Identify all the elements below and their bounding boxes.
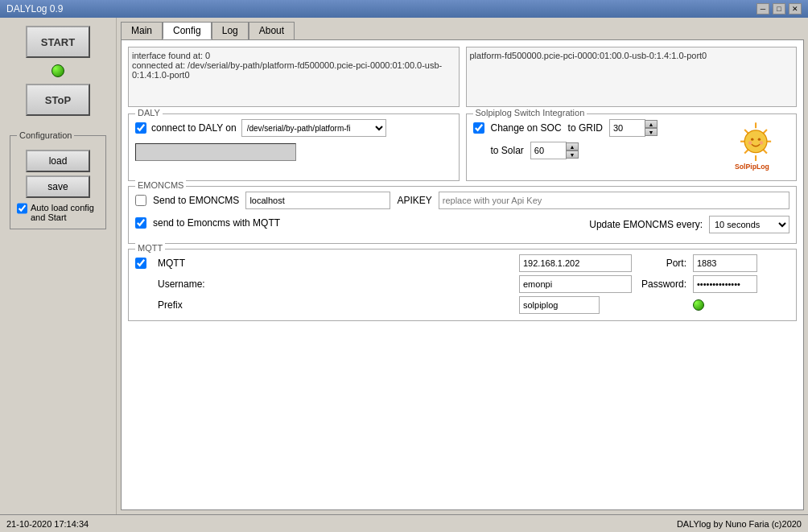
svg-point-11	[748, 141, 752, 144]
daly-path-select[interactable]: /dev/serial/by-path/platform-fi	[241, 119, 386, 137]
to-solar-up[interactable]: ▲	[566, 142, 579, 151]
solpiplog-logo: SolPipLog	[733, 119, 789, 174]
autoload-row: Auto load config and Start	[17, 203, 99, 222]
daly-section: DALY connect to DALY on /dev/serial/by-p…	[128, 113, 460, 181]
autoload-label: Auto load config and Start	[31, 203, 99, 222]
main-content: START SToP Configuration load save Auto …	[0, 18, 808, 514]
to-solar-down[interactable]: ▼	[566, 151, 579, 159]
apikey-input[interactable]	[439, 192, 789, 209]
to-solar-label: to Solar	[491, 145, 524, 156]
info-value2: platform-fd500000.pcie-pci-0000:01:00.0-…	[470, 51, 794, 60]
svg-text:SolPipLog: SolPipLog	[735, 163, 769, 171]
emoncms-host-input[interactable]: localhost	[245, 192, 390, 209]
load-button[interactable]: load	[26, 150, 90, 172]
solpiplog-controls: Change on SOC to GRID 30 ▲ ▼	[473, 119, 658, 163]
tab-content: interface found at: 0 connected at: /dev…	[121, 39, 804, 510]
to-grid-down[interactable]: ▼	[645, 128, 658, 136]
tab-config[interactable]: Config	[163, 22, 212, 39]
copyright-label: DALYlog by Nuno Faria (c)2020	[677, 519, 802, 529]
mqtt-section: MQTT MQTT 192.168.1.202 Port: 1883 Usern…	[128, 249, 797, 321]
emoncms-mqtt-row: send to Emoncms with MQTT Update EMONCMS…	[135, 212, 789, 233]
update-label: Update EMONCMS every:	[589, 219, 703, 230]
daly-connect-label: connect to DALY on	[151, 122, 237, 134]
daly-solpiplog-row: DALY connect to DALY on /dev/serial/by-p…	[128, 113, 797, 186]
emoncms-mqtt-checkbox[interactable]	[135, 217, 146, 229]
bottom-bar: 21-10-2020 17:14:34 DALYlog by Nuno Fari…	[0, 514, 808, 532]
info-box-2: platform-fd500000.pcie-pci-0000:01:00.0-…	[466, 47, 798, 107]
solpiplog-section: Solpiplog Switch Integration Change on S…	[466, 113, 798, 181]
app-title: DALYLog 0.9	[6, 3, 64, 14]
config-legend: Configuration	[17, 130, 74, 140]
emoncms-label: EMONCMS	[135, 180, 186, 190]
svg-point-9	[751, 138, 753, 140]
port-label: Port:	[622, 258, 686, 269]
daly-connect-row: connect to DALY on /dev/serial/by-path/p…	[135, 119, 452, 137]
title-bar: DALYLog 0.9 ─ □ ✕	[0, 0, 808, 18]
info-line1: interface found at: 0	[132, 51, 456, 60]
tab-about[interactable]: About	[249, 22, 295, 39]
window-controls: ─ □ ✕	[756, 3, 802, 14]
change-soc-checkbox[interactable]	[473, 122, 484, 134]
maximize-button[interactable]: □	[773, 3, 785, 14]
stop-button[interactable]: SToP	[26, 84, 90, 116]
start-button[interactable]: START	[26, 26, 90, 58]
tab-main[interactable]: Main	[121, 22, 163, 39]
prefix-label: Prefix	[158, 299, 458, 311]
emoncms-send-label: Send to EMONCMS	[153, 195, 239, 206]
datetime-label: 21-10-2020 17:14:34	[6, 519, 89, 529]
emoncms-send-row: Send to EMONCMS localhost APIKEY	[135, 192, 789, 209]
to-solar-input[interactable]: 60	[530, 142, 567, 159]
to-grid-label: to GRID	[568, 122, 603, 134]
mqtt-host-input[interactable]: 192.168.1.202	[519, 254, 632, 272]
daly-progress-bar	[135, 143, 452, 161]
save-button[interactable]: save	[26, 175, 90, 198]
password-input[interactable]	[693, 275, 757, 293]
to-grid-spinner-btns: ▲ ▼	[645, 120, 658, 136]
right-panel: Main Config Log About interface found at…	[117, 18, 808, 514]
to-solar-spinner: 60 ▲ ▼	[530, 142, 579, 159]
tab-log[interactable]: Log	[212, 22, 249, 39]
status-indicator-top	[52, 64, 64, 77]
daly-connect-checkbox[interactable]	[135, 122, 146, 134]
info-line2: connected at: /dev/serial/by-path/platfo…	[132, 60, 456, 80]
svg-point-10	[758, 138, 761, 140]
svg-point-12	[760, 141, 763, 144]
mqtt-checkbox[interactable]	[135, 258, 146, 269]
to-solar-spinner-btns: ▲ ▼	[566, 142, 579, 159]
left-panel: START SToP Configuration load save Auto …	[0, 18, 117, 514]
apikey-label: APIKEY	[397, 195, 431, 206]
info-box-1: interface found at: 0 connected at: /dev…	[128, 47, 460, 107]
minimize-button[interactable]: ─	[756, 3, 769, 14]
change-soc-label: Change on SOC	[491, 122, 562, 134]
mqtt-field-label: MQTT	[158, 258, 458, 269]
solpiplog-label: Solpiplog Switch Integration	[473, 108, 587, 118]
emoncms-section: EMONCMS Send to EMONCMS localhost APIKEY…	[128, 186, 797, 244]
mqtt-status-indicator	[693, 299, 704, 311]
change-on-soc-row: Change on SOC to GRID 30 ▲ ▼	[473, 119, 658, 137]
mqtt-label: MQTT	[135, 243, 165, 253]
to-solar-row: to Solar 60 ▲ ▼	[491, 142, 658, 159]
to-grid-input[interactable]: 30	[609, 119, 645, 137]
daly-label: DALY	[135, 108, 163, 118]
username-input[interactable]: emonpi	[519, 275, 632, 293]
emoncms-mqtt-label: send to Emoncms with MQTT	[153, 217, 280, 229]
close-button[interactable]: ✕	[789, 3, 802, 14]
prefix-input[interactable]: solpiplog	[519, 296, 600, 314]
svg-point-8	[744, 130, 767, 153]
mqtt-port-input[interactable]: 1883	[693, 254, 757, 272]
tab-bar: Main Config Log About	[121, 22, 804, 39]
password-label: Password:	[622, 278, 686, 290]
autoload-checkbox[interactable]	[17, 203, 27, 214]
username-label: Username:	[158, 278, 458, 290]
update-interval-select[interactable]: 10 seconds	[709, 216, 789, 233]
update-row: Update EMONCMS every: 10 seconds	[589, 216, 789, 233]
configuration-group: Configuration load save Auto load config…	[10, 130, 106, 229]
to-grid-up[interactable]: ▲	[645, 120, 658, 128]
top-info-row: interface found at: 0 connected at: /dev…	[128, 47, 797, 107]
emoncms-checkbox[interactable]	[135, 195, 146, 206]
to-grid-spinner: 30 ▲ ▼	[609, 119, 658, 137]
